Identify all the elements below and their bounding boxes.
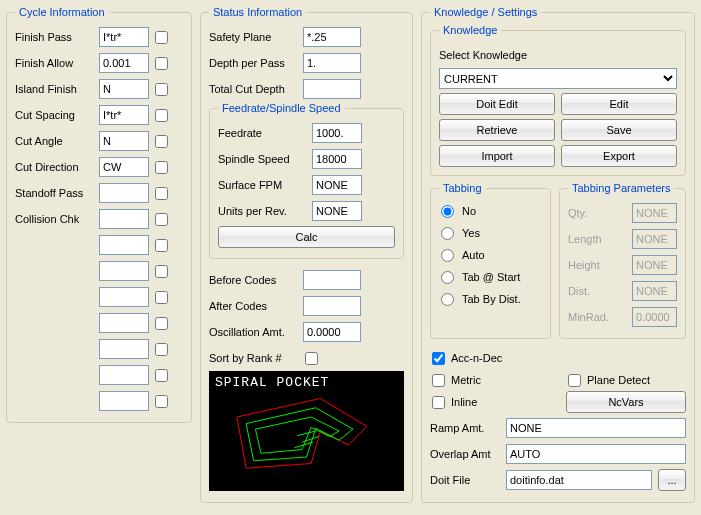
ncvars-button[interactable]: NcVars: [566, 391, 686, 413]
cycle-row: Cut Direction: [15, 154, 183, 180]
cycle-row-input[interactable]: [99, 339, 149, 359]
cycle-row-checkbox[interactable]: [155, 31, 168, 44]
feedrate-group: Feedrate/Spindle Speed Feedrate Spindle …: [209, 102, 404, 259]
save-button[interactable]: Save: [561, 119, 677, 141]
cycle-row-checkbox[interactable]: [155, 57, 168, 70]
cycle-row-label: Finish Pass: [15, 31, 95, 43]
status-information-group: Status Information Safety Plane Depth pe…: [200, 6, 413, 503]
cycle-row-input[interactable]: [99, 27, 149, 47]
tabbing-no-radio[interactable]: No: [439, 205, 476, 218]
cycle-row-checkbox[interactable]: [155, 291, 168, 304]
spindle-speed-input[interactable]: [312, 149, 362, 169]
cycle-row-checkbox[interactable]: [155, 187, 168, 200]
inline-checkbox[interactable]: Inline: [430, 396, 477, 409]
cycle-row-checkbox[interactable]: [155, 135, 168, 148]
cycle-row-input[interactable]: [99, 287, 149, 307]
cycle-row-input[interactable]: [99, 79, 149, 99]
preview-title: SPIRAL POCKET: [215, 375, 329, 390]
cycle-row-input[interactable]: [99, 209, 149, 229]
after-codes-input[interactable]: [303, 296, 361, 316]
total-cut-depth-label: Total Cut Depth: [209, 83, 299, 95]
feedrate-input[interactable]: [312, 123, 362, 143]
cycle-row-input[interactable]: [99, 53, 149, 73]
sort-by-rank-label: Sort by Rank #: [209, 352, 299, 364]
acc-n-dec-checkbox[interactable]: Acc-n-Dec: [430, 352, 502, 365]
cycle-row: Cut Angle: [15, 128, 183, 154]
minrad-input: [632, 307, 677, 327]
after-codes-label: After Codes: [209, 300, 299, 312]
cycle-row-input[interactable]: [99, 157, 149, 177]
knowledge-legend: Knowledge: [439, 24, 501, 36]
height-label: Height: [568, 259, 628, 271]
tabbing-tab-start-radio[interactable]: Tab @ Start: [439, 271, 520, 284]
feedrate-legend: Feedrate/Spindle Speed: [218, 102, 345, 114]
dist-input: [632, 281, 677, 301]
length-label: Length: [568, 233, 628, 245]
cycle-row-label: Standoff Pass: [15, 187, 95, 199]
cycle-row: Finish Allow: [15, 50, 183, 76]
dialog: Cycle Information Finish PassFinish Allo…: [0, 0, 701, 515]
ramp-amt-input[interactable]: [506, 418, 686, 438]
cycle-row-checkbox[interactable]: [155, 83, 168, 96]
cycle-row-checkbox[interactable]: [155, 265, 168, 278]
oscillation-amt-input[interactable]: [303, 322, 361, 342]
safety-plane-input[interactable]: [303, 27, 361, 47]
doit-file-input[interactable]: [506, 470, 652, 490]
depth-per-pass-label: Depth per Pass: [209, 57, 299, 69]
knowledge-settings-legend: Knowledge / Settings: [430, 6, 541, 18]
units-per-rev-input[interactable]: [312, 201, 362, 221]
cycle-row: [15, 284, 183, 310]
overlap-amt-input[interactable]: [506, 444, 686, 464]
surface-fpm-label: Surface FPM: [218, 179, 308, 191]
tabbing-yes-radio[interactable]: Yes: [439, 227, 480, 240]
status-information-legend: Status Information: [209, 6, 306, 18]
cycle-row-checkbox[interactable]: [155, 109, 168, 122]
oscillation-amt-label: Oscillation Amt.: [209, 326, 299, 338]
feedrate-label: Feedrate: [218, 127, 308, 139]
cycle-row-input[interactable]: [99, 365, 149, 385]
total-cut-depth-input[interactable]: [303, 79, 361, 99]
cycle-row-checkbox[interactable]: [155, 317, 168, 330]
sort-by-rank-checkbox[interactable]: [305, 352, 318, 365]
select-knowledge-label: Select Knowledge: [439, 49, 527, 61]
tabbing-auto-radio[interactable]: Auto: [439, 249, 485, 262]
depth-per-pass-input[interactable]: [303, 53, 361, 73]
cycle-row-input[interactable]: [99, 391, 149, 411]
cycle-row-input[interactable]: [99, 131, 149, 151]
cycle-row-input[interactable]: [99, 105, 149, 125]
tabbing-parameters-legend: Tabbing Parameters: [568, 182, 674, 194]
doit-edit-button[interactable]: Doit Edit: [439, 93, 555, 115]
cycle-row: Collision Chk: [15, 206, 183, 232]
toolpath-preview: SPIRAL POCKET: [209, 371, 404, 491]
cycle-row-checkbox[interactable]: [155, 395, 168, 408]
cycle-row: [15, 232, 183, 258]
surface-fpm-input[interactable]: [312, 175, 362, 195]
import-button[interactable]: Import: [439, 145, 555, 167]
select-knowledge-combo[interactable]: CURRENT: [439, 68, 677, 89]
knowledge-settings-group: Knowledge / Settings Knowledge Select Kn…: [421, 6, 695, 503]
cycle-row-checkbox[interactable]: [155, 343, 168, 356]
metric-checkbox[interactable]: Metric: [430, 374, 481, 387]
cycle-row: [15, 362, 183, 388]
calc-button[interactable]: Calc: [218, 226, 395, 248]
cycle-row-input[interactable]: [99, 261, 149, 281]
cycle-row-input[interactable]: [99, 183, 149, 203]
retrieve-button[interactable]: Retrieve: [439, 119, 555, 141]
plane-detect-checkbox[interactable]: Plane Detect: [566, 374, 650, 387]
minrad-label: MinRad.: [568, 311, 628, 323]
before-codes-input[interactable]: [303, 270, 361, 290]
tabbing-tab-dist-radio[interactable]: Tab By Dist.: [439, 293, 521, 306]
cycle-row-checkbox[interactable]: [155, 213, 168, 226]
cycle-row-label: Island Finish: [15, 83, 95, 95]
cycle-row-label: Finish Allow: [15, 57, 95, 69]
edit-button[interactable]: Edit: [561, 93, 677, 115]
doit-file-browse-button[interactable]: ...: [658, 469, 686, 491]
cycle-row-label: Collision Chk: [15, 213, 95, 225]
cycle-row-checkbox[interactable]: [155, 239, 168, 252]
cycle-row: [15, 336, 183, 362]
cycle-row-checkbox[interactable]: [155, 369, 168, 382]
export-button[interactable]: Export: [561, 145, 677, 167]
cycle-row-input[interactable]: [99, 235, 149, 255]
cycle-row-input[interactable]: [99, 313, 149, 333]
cycle-row-checkbox[interactable]: [155, 161, 168, 174]
